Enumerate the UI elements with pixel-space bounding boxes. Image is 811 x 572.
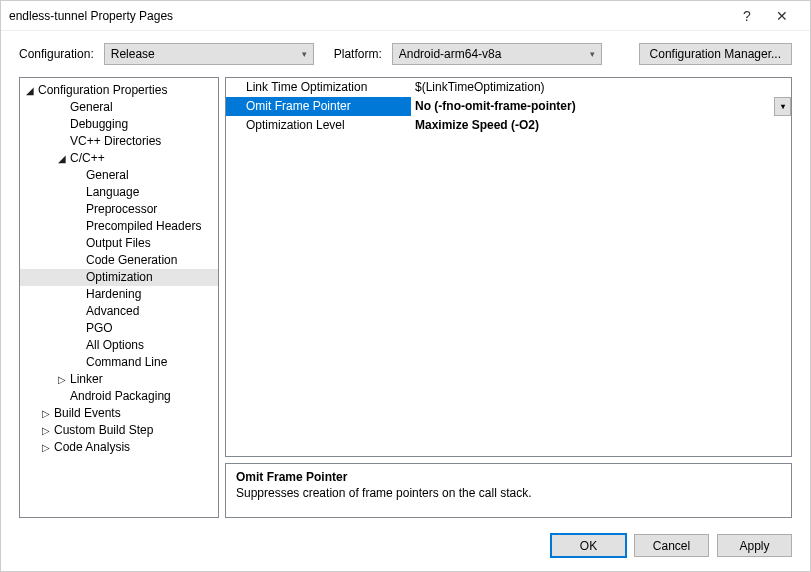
- tree-item[interactable]: Command Line: [20, 354, 218, 371]
- tree-item-label: Command Line: [84, 354, 167, 371]
- tree-item-label: PGO: [84, 320, 113, 337]
- description-pane: Omit Frame Pointer Suppresses creation o…: [225, 463, 792, 518]
- platform-value: Android-arm64-v8a: [399, 47, 502, 61]
- description-body: Suppresses creation of frame pointers on…: [236, 486, 781, 500]
- expander-icon[interactable]: ▷: [40, 422, 52, 439]
- expander-icon[interactable]: ◢: [56, 150, 68, 167]
- configuration-value: Release: [111, 47, 155, 61]
- chevron-down-icon: ▾: [590, 49, 595, 59]
- tree-item-label: Preprocessor: [84, 201, 157, 218]
- dropdown-button[interactable]: ▾: [774, 97, 791, 116]
- tree-item[interactable]: ◢C/C++: [20, 150, 218, 167]
- configuration-combo[interactable]: Release ▾: [104, 43, 314, 65]
- property-value[interactable]: No (-fno-omit-frame-pointer)▾: [411, 97, 791, 116]
- tree-item-label: General: [84, 167, 129, 184]
- tree-item[interactable]: Precompiled Headers: [20, 218, 218, 235]
- tree-item[interactable]: Code Generation: [20, 252, 218, 269]
- platform-label: Platform:: [334, 47, 382, 61]
- tree-item-label: Build Events: [52, 405, 121, 422]
- tree-item-label: General: [68, 99, 113, 116]
- tree-pane[interactable]: ◢ Configuration Properties GeneralDebugg…: [19, 77, 219, 518]
- property-value[interactable]: Maximize Speed (-O2): [411, 116, 791, 135]
- config-toolbar: Configuration: Release ▾ Platform: Andro…: [1, 31, 810, 77]
- property-name: Link Time Optimization: [226, 78, 411, 97]
- close-icon[interactable]: ✕: [762, 1, 802, 31]
- property-name: Omit Frame Pointer: [226, 97, 411, 116]
- tree-item[interactable]: General: [20, 167, 218, 184]
- tree-item-label: All Options: [84, 337, 144, 354]
- tree-item[interactable]: Hardening: [20, 286, 218, 303]
- tree-root[interactable]: ◢ Configuration Properties: [20, 82, 218, 99]
- configuration-manager-button[interactable]: Configuration Manager...: [639, 43, 792, 65]
- tree-item[interactable]: ▷Code Analysis: [20, 439, 218, 456]
- tree-item-label: Code Analysis: [52, 439, 130, 456]
- tree-item-label: VC++ Directories: [68, 133, 161, 150]
- tree-item[interactable]: Advanced: [20, 303, 218, 320]
- property-row[interactable]: Optimization LevelMaximize Speed (-O2): [226, 116, 791, 135]
- tree-item[interactable]: Output Files: [20, 235, 218, 252]
- tree-item[interactable]: Language: [20, 184, 218, 201]
- apply-button[interactable]: Apply: [717, 534, 792, 557]
- expander-icon[interactable]: ▷: [56, 371, 68, 388]
- tree-root-label: Configuration Properties: [36, 82, 167, 99]
- tree-item[interactable]: Android Packaging: [20, 388, 218, 405]
- configuration-label: Configuration:: [19, 47, 94, 61]
- tree-item-label: Linker: [68, 371, 103, 388]
- tree-item[interactable]: VC++ Directories: [20, 133, 218, 150]
- chevron-down-icon: ▾: [302, 49, 307, 59]
- description-title: Omit Frame Pointer: [236, 470, 781, 484]
- tree-item[interactable]: ▷Linker: [20, 371, 218, 388]
- tree-item-label: Optimization: [84, 269, 153, 286]
- tree-item-label: Code Generation: [84, 252, 177, 269]
- platform-combo[interactable]: Android-arm64-v8a ▾: [392, 43, 602, 65]
- tree-item[interactable]: ▷Build Events: [20, 405, 218, 422]
- tree-item-label: Output Files: [84, 235, 151, 252]
- ok-button[interactable]: OK: [551, 534, 626, 557]
- expander-icon[interactable]: ◢: [24, 82, 36, 99]
- tree-item[interactable]: ▷Custom Build Step: [20, 422, 218, 439]
- property-row[interactable]: Omit Frame PointerNo (-fno-omit-frame-po…: [226, 97, 791, 116]
- tree-item[interactable]: General: [20, 99, 218, 116]
- tree-item-label: Precompiled Headers: [84, 218, 201, 235]
- window-title: endless-tunnel Property Pages: [9, 9, 732, 23]
- property-value[interactable]: $(LinkTimeOptimization): [411, 78, 791, 97]
- tree-item[interactable]: PGO: [20, 320, 218, 337]
- tree-item-label: C/C++: [68, 150, 105, 167]
- tree-item-label: Hardening: [84, 286, 141, 303]
- expander-icon[interactable]: ▷: [40, 439, 52, 456]
- tree-item[interactable]: Optimization: [20, 269, 218, 286]
- tree-item-label: Android Packaging: [68, 388, 171, 405]
- tree-item[interactable]: All Options: [20, 337, 218, 354]
- expander-icon[interactable]: ▷: [40, 405, 52, 422]
- tree-item-label: Custom Build Step: [52, 422, 153, 439]
- dialog-body: ◢ Configuration Properties GeneralDebugg…: [1, 77, 810, 524]
- right-pane: Link Time Optimization$(LinkTimeOptimiza…: [225, 77, 792, 518]
- tree-item-label: Advanced: [84, 303, 139, 320]
- tree-item-label: Language: [84, 184, 139, 201]
- property-row[interactable]: Link Time Optimization$(LinkTimeOptimiza…: [226, 78, 791, 97]
- property-grid[interactable]: Link Time Optimization$(LinkTimeOptimiza…: [225, 77, 792, 457]
- dialog-button-row: OK Cancel Apply: [1, 524, 810, 571]
- property-pages-dialog: endless-tunnel Property Pages ? ✕ Config…: [0, 0, 811, 572]
- tree-item[interactable]: Debugging: [20, 116, 218, 133]
- tree-item-label: Debugging: [68, 116, 128, 133]
- help-icon[interactable]: ?: [732, 8, 762, 24]
- property-name: Optimization Level: [226, 116, 411, 135]
- cancel-button[interactable]: Cancel: [634, 534, 709, 557]
- tree-item[interactable]: Preprocessor: [20, 201, 218, 218]
- titlebar: endless-tunnel Property Pages ? ✕: [1, 1, 810, 31]
